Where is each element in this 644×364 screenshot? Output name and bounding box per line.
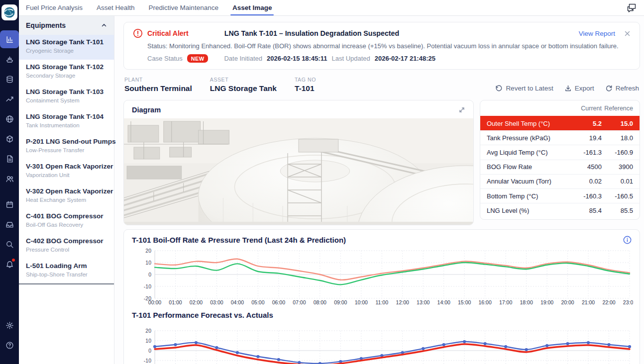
svg-text:03:00: 03:00 (210, 299, 223, 305)
document-icon (5, 155, 14, 163)
last-updated-value: 2026-02-17 21:48:25 (375, 55, 435, 62)
bar-chart-icon (5, 35, 14, 44)
asset-label: ASSET (210, 77, 277, 83)
rail-item-database[interactable] (0, 70, 19, 88)
tab-fuel-price-analysis[interactable]: Fuel Price Analysis (19, 0, 90, 15)
table-row[interactable]: BOG Flow Rate45003900 (480, 160, 640, 174)
row-label: Avg Liquid Temp (°C) (480, 149, 569, 156)
table-row[interactable]: Annular Vacuum (Torr)0.020.01 (480, 174, 640, 188)
equipment-title: V-302 Open Rack Vaporizer (26, 187, 107, 195)
table-row[interactable]: LNG Level (%)85.485.5 (480, 203, 640, 217)
sidebar-item-v-301-open-rack-vaporizer[interactable]: V-301 Open Rack VaporizerVaporization Un… (19, 159, 114, 184)
view-report-link[interactable]: View Report (579, 30, 615, 37)
readings-table: Current Reference Outer Shell Temp (°C)5… (480, 100, 640, 220)
rail-item-inbox[interactable] (0, 215, 19, 233)
svg-text:-10: -10 (144, 283, 151, 289)
chat-bubbles-icon (626, 2, 637, 13)
svg-text:20: 20 (145, 248, 151, 254)
plant-value: Southern Terminal (124, 84, 192, 93)
rail-item-bell[interactable] (0, 255, 19, 273)
main-content: Critical Alert LNG Tank T-101 – Insulati… (114, 16, 644, 364)
notification-dot (12, 259, 15, 262)
case-status-label: Case Status (147, 55, 183, 62)
equipment-title: L-501 Loading Arm (26, 262, 107, 270)
rail-item-globe[interactable] (0, 110, 19, 128)
sidebar-item-p-201-lng-send-out-pumps[interactable]: P-201 LNG Send-out PumpsLow-Pressure Tra… (19, 134, 114, 159)
info-icon (623, 236, 632, 244)
svg-text:10: 10 (145, 260, 151, 266)
current-value: 4500 (569, 163, 602, 171)
equipment-subtitle: Low-Pressure Transfer (26, 147, 107, 153)
sidebar-item-c-402-bog-compressor[interactable]: C-402 BOG CompressorPressure Control (19, 234, 114, 259)
alert-severity-label: Critical Alert (147, 29, 189, 37)
sidebar-item-lng-storage-tank-t-104[interactable]: LNG Storage Tank T-104Tank Instrumentati… (19, 109, 114, 134)
row-label: Bottom Temp (°C) (480, 192, 569, 200)
refresh-label: Refresh (616, 85, 639, 92)
tab-asset-health[interactable]: Asset Health (90, 0, 142, 15)
download-icon (564, 85, 572, 92)
chart-info-button[interactable] (623, 236, 632, 244)
equipment-subtitle: Cryogenic Storage (26, 47, 107, 54)
ship-icon (5, 55, 14, 64)
sidebar-item-c-401-bog-compressor[interactable]: C-401 BOG CompressorBoil-Off Gas Recover… (19, 209, 114, 234)
equipment-subtitle: Heat Exchange System (26, 196, 107, 203)
equipment-subtitle: Ship-top-Shore Transfer (26, 271, 107, 277)
svg-text:08:00: 08:00 (314, 299, 326, 305)
chat-button[interactable] (619, 0, 644, 15)
close-alert-button[interactable] (624, 30, 631, 37)
app-logo[interactable] (1, 4, 17, 20)
tabs: Fuel Price AnalysisAsset HealthPredictiv… (19, 0, 279, 15)
current-value: 19.4 (569, 134, 602, 142)
refresh-button[interactable]: Refresh (605, 85, 639, 92)
status-badge: NEW (187, 54, 209, 63)
svg-text:00:00: 00:00 (148, 299, 161, 305)
rail-item-help[interactable] (0, 336, 19, 354)
export-button[interactable]: Export (564, 85, 594, 92)
rail-item-settings[interactable] (0, 316, 19, 334)
equipment-subtitle: Vaporization Unit (26, 172, 107, 178)
reference-value: 3900 (602, 163, 640, 171)
equipment-title: C-402 BOG Compressor (26, 237, 107, 245)
last-updated-label: Last Updated (331, 55, 370, 62)
rail-item-bar-chart[interactable] (0, 30, 19, 48)
globe-swirl-logo-icon (3, 6, 16, 19)
svg-text:21:00: 21:00 (582, 299, 595, 305)
forecast-chart-title: T-101 Performance Forecast vs. Actuals (132, 311, 632, 319)
tab-asset-image[interactable]: Asset Image (225, 0, 279, 15)
rail-item-calendar[interactable] (0, 195, 19, 213)
sidebar-item-lng-storage-tank-t-101[interactable]: LNG Storage Tank T-101Cryogenic Storage (19, 35, 114, 60)
equipment-title: V-301 Open Rack Vaporizer (26, 163, 107, 170)
rail-item-users[interactable] (0, 170, 19, 187)
table-row[interactable]: Avg Liquid Temp (°C)-161.3-160.9 (480, 145, 640, 159)
table-row[interactable]: Outer Shell Temp (°C)5.215.0 (480, 116, 640, 130)
rail-item-trend[interactable] (0, 90, 19, 108)
tab-predictive-maintenance[interactable]: Predictive Maintenance (142, 0, 225, 15)
rail-item-search[interactable] (0, 235, 19, 253)
app-window: Fuel Price AnalysisAsset HealthPredictiv… (0, 0, 644, 364)
svg-text:23:00: 23:00 (623, 299, 633, 305)
sidebar-item-lng-storage-tank-t-102[interactable]: LNG Storage Tank T-102Secondary Storage (19, 60, 114, 85)
close-icon (624, 30, 631, 37)
rail-item-document[interactable] (0, 150, 19, 168)
readings-table-header: Current Reference (480, 100, 640, 116)
svg-text:20: 20 (145, 328, 151, 334)
sidebar-header[interactable]: Equipments (19, 16, 114, 35)
equipment-subtitle: Pressure Control (26, 246, 107, 253)
trend-chart-svg: 20100-10-2000:0001:0002:0003:0004:0005:0… (132, 248, 633, 306)
sidebar-item-l-501-loading-arm[interactable]: L-501 Loading ArmShip-top-Shore Transfer (19, 259, 114, 283)
table-row[interactable]: Tank Pressure (kPaG)19.418.0 (480, 130, 640, 145)
equipment-subtitle: Containment System (26, 97, 107, 103)
sidebar-item-v-302-open-rack-vaporizer[interactable]: V-302 Open Rack VaporizerHeat Exchange S… (19, 184, 114, 209)
svg-text:0: 0 (148, 348, 151, 354)
sidebar-item-lng-storage-tank-t-103[interactable]: LNG Storage Tank T-103Containment System (19, 85, 114, 109)
expand-diagram-button[interactable] (458, 106, 465, 113)
rail-item-ship[interactable] (0, 50, 19, 68)
refresh-icon (605, 85, 613, 92)
table-row[interactable]: Bottom Temp (°C)-160.3-160.5 (480, 188, 640, 203)
rail-item-package[interactable] (0, 130, 19, 148)
reference-value: 0.01 (602, 178, 640, 185)
svg-text:07:00: 07:00 (293, 299, 306, 305)
inbox-icon (5, 220, 14, 229)
revert-to-latest-button[interactable]: Revert to Latest (495, 85, 553, 92)
equipment-title: LNG Storage Tank T-101 (26, 38, 107, 46)
